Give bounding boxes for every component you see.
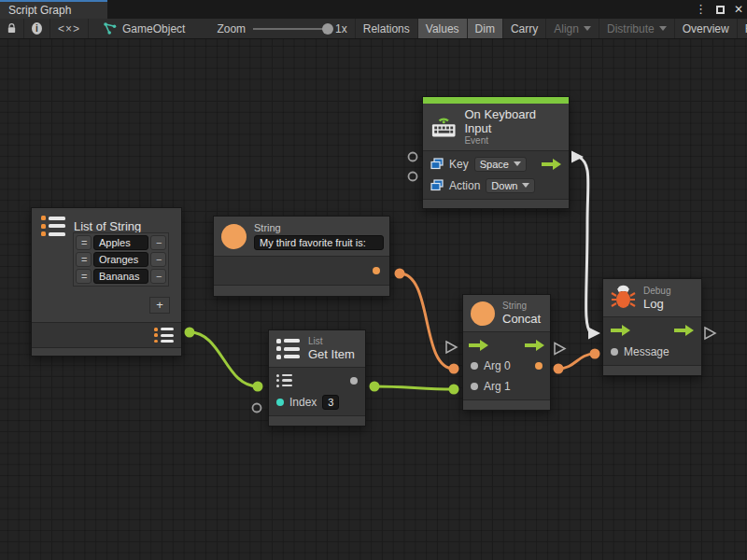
node-title: Get Item xyxy=(308,347,355,361)
index-value-input[interactable]: 3 xyxy=(322,395,339,410)
gameobject-icon xyxy=(104,22,117,35)
node-on-keyboard-input[interactable]: On Keyboard Input Event Key Space Action… xyxy=(422,96,570,209)
flow-out-arrow-icon[interactable] xyxy=(542,159,561,170)
arg0-input-port[interactable] xyxy=(471,362,478,370)
zoom-slider-knob[interactable] xyxy=(322,23,333,35)
action-label: Action xyxy=(449,179,480,192)
enum-icon xyxy=(430,179,444,191)
graph-toolbar: i <×> GameObject Zoom 1x Relations Value… xyxy=(0,19,747,39)
node-footer xyxy=(423,199,569,208)
drag-handle[interactable]: = xyxy=(76,252,92,267)
key-dropdown[interactable]: Space xyxy=(474,157,527,172)
index-input-row: Index 3 xyxy=(269,391,365,413)
index-label: Index xyxy=(289,396,317,409)
values-button[interactable]: Values xyxy=(418,19,468,38)
node-list-of-string[interactable]: List of String = Apples − = Oranges − = … xyxy=(31,207,182,357)
bug-icon xyxy=(611,285,636,311)
node-get-item[interactable]: List Get Item Index 3 xyxy=(268,329,366,427)
node-subtitle: String xyxy=(502,301,541,312)
full-screen-button[interactable]: Full Screen xyxy=(738,19,747,38)
drag-handle[interactable]: = xyxy=(76,269,92,284)
key-port-row: Key Space xyxy=(423,153,569,175)
action-dropdown[interactable]: Down xyxy=(486,178,535,193)
event-node-accent-bar xyxy=(423,97,569,104)
message-input-port[interactable] xyxy=(611,348,618,356)
node-string-literal[interactable]: String My third favorite fruit is: xyxy=(213,216,390,297)
node-title: Concat xyxy=(502,312,541,326)
list-output-port-icon[interactable] xyxy=(154,328,174,343)
list-output-row xyxy=(32,322,181,347)
action-port-row: Action Down xyxy=(423,175,569,196)
message-row: Message xyxy=(603,341,701,362)
result-output-port[interactable] xyxy=(535,362,543,370)
list-item-row: = Apples − xyxy=(76,235,166,250)
dim-button[interactable]: Dim xyxy=(468,19,503,38)
string-output-port[interactable] xyxy=(373,267,380,274)
list-editor: = Apples − = Oranges − = Bananas − xyxy=(73,232,169,287)
chevron-down-icon xyxy=(584,26,591,31)
list-item-input[interactable]: Bananas xyxy=(93,269,148,284)
key-label: Key xyxy=(449,158,469,171)
maximize-icon[interactable] xyxy=(716,6,725,14)
flow-in-arrow-icon[interactable] xyxy=(469,340,488,351)
distribute-button[interactable]: Distribute xyxy=(599,19,675,38)
string-type-icon xyxy=(221,224,247,249)
node-concat[interactable]: String Concat Arg 0 Arg 1 xyxy=(462,294,551,411)
flow-row xyxy=(603,319,701,341)
node-title: String xyxy=(254,222,384,233)
index-input-port[interactable] xyxy=(276,399,284,406)
string-value-input[interactable]: My third favorite fruit is: xyxy=(254,235,384,250)
remove-item-button[interactable]: − xyxy=(150,269,166,284)
list-icon xyxy=(276,339,301,359)
list-input-row xyxy=(269,370,365,391)
arg1-row: Arg 1 xyxy=(463,376,550,397)
more-menu-icon[interactable]: ⋮ xyxy=(695,0,707,19)
lock-icon[interactable] xyxy=(0,19,24,38)
node-subtitle: List xyxy=(308,336,355,347)
node-footer xyxy=(32,347,181,356)
align-button[interactable]: Align xyxy=(546,19,599,38)
node-debug-log[interactable]: Debug Log Message xyxy=(602,278,702,376)
list-item-input[interactable]: Oranges xyxy=(93,252,148,267)
flow-out-arrow-icon[interactable] xyxy=(525,340,544,351)
node-title: List of String xyxy=(74,219,141,233)
zoom-control: Zoom 1x xyxy=(192,19,354,38)
arg0-label: Arg 0 xyxy=(484,359,511,372)
gameobject-label: GameObject xyxy=(122,22,185,35)
flow-out-arrow-icon[interactable] xyxy=(674,325,694,336)
window-controls: ⋮ ✕ xyxy=(695,0,743,19)
add-item-button[interactable]: + xyxy=(149,297,170,314)
title-bar: Script Graph ⋮ ✕ xyxy=(0,0,747,19)
arg1-input-port[interactable] xyxy=(471,383,478,390)
flow-in-arrow-icon[interactable] xyxy=(611,325,630,336)
drag-handle[interactable]: = xyxy=(76,235,92,250)
message-label: Message xyxy=(624,345,669,358)
list-item-row: = Oranges − xyxy=(76,252,166,267)
list-item-input[interactable]: Apples xyxy=(93,235,148,250)
node-footer xyxy=(603,365,701,375)
chevron-down-icon xyxy=(659,26,667,31)
list-input-port-icon[interactable] xyxy=(276,374,292,387)
gameobject-reference[interactable]: GameObject xyxy=(89,19,192,38)
code-view-icon[interactable]: <×> xyxy=(50,19,89,38)
zoom-label: Zoom xyxy=(217,22,246,35)
chevron-down-icon xyxy=(522,183,529,188)
chevron-down-icon xyxy=(514,161,521,166)
remove-item-button[interactable]: − xyxy=(150,252,166,267)
node-subtitle: Debug xyxy=(643,286,670,297)
remove-item-button[interactable]: − xyxy=(150,235,166,250)
arg0-row: Arg 0 xyxy=(463,356,550,376)
item-output-port[interactable] xyxy=(350,377,358,385)
carry-button[interactable]: Carry xyxy=(503,19,546,38)
close-icon[interactable]: ✕ xyxy=(734,3,743,16)
string-type-icon xyxy=(471,301,495,326)
node-footer xyxy=(463,399,550,410)
tab-script-graph[interactable]: Script Graph xyxy=(0,0,107,19)
relations-button[interactable]: Relations xyxy=(356,19,418,38)
zoom-slider[interactable] xyxy=(253,28,331,30)
node-title: Log xyxy=(643,297,670,311)
enum-icon xyxy=(430,158,444,170)
overview-button[interactable]: Overview xyxy=(675,19,738,38)
info-icon[interactable]: i xyxy=(24,19,50,38)
arg1-label: Arg 1 xyxy=(484,380,511,393)
